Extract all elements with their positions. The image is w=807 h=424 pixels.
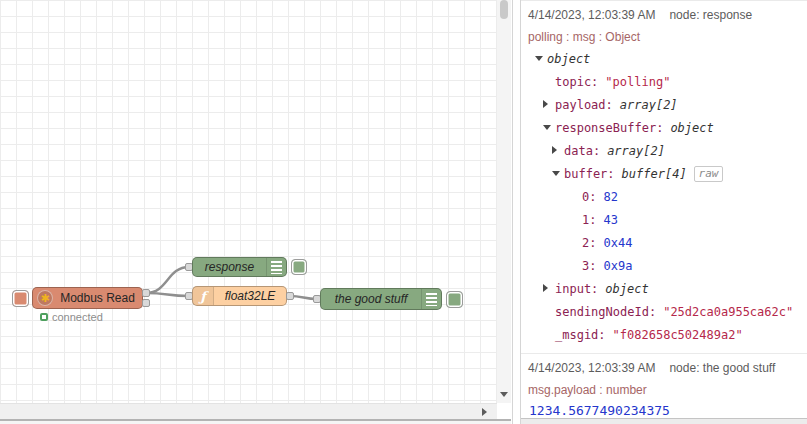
tree-key: buffer: — [564, 167, 615, 181]
debug-message-meta: 4/14/2023, 12:03:39 AMnode: response — [521, 8, 807, 22]
flow-canvas[interactable]: ✱ Modbus Read connected response ƒ float… — [0, 0, 497, 403]
debug-topic-line: polling : msg : Object — [521, 30, 807, 44]
modbus-read-node[interactable]: ✱ Modbus Read — [32, 287, 143, 309]
tree-row[interactable]: 3:0x9a — [521, 255, 807, 278]
tree-row[interactable]: buffer:buffer[4]raw — [521, 163, 807, 186]
expand-arrow-icon[interactable] — [543, 284, 548, 292]
tree-type: object — [547, 52, 590, 66]
debug-message[interactable]: 4/14/2023, 12:03:39 AMnode: the good stu… — [521, 353, 807, 424]
expand-arrow-icon[interactable] — [543, 100, 548, 108]
debug-payload-value: 1234.5677490234375 — [521, 403, 807, 419]
node-red-window: ✱ Modbus Read connected response ƒ float… — [0, 0, 807, 424]
scroll-right-arrow-icon[interactable] — [482, 408, 487, 416]
tree-row[interactable]: payload:array[2] — [521, 94, 807, 117]
tree-value: "f082658c502489a2" — [613, 328, 743, 342]
panel-bottom-edge — [521, 418, 807, 424]
tree-value: 0x9a — [603, 259, 632, 273]
tree-row[interactable]: _msgid:"f082658c502489a2" — [521, 324, 807, 347]
tree-row[interactable]: data:array[2] — [521, 140, 807, 163]
function-icon: ƒ — [193, 287, 214, 305]
wire-modbus-to-function[interactable] — [146, 293, 189, 296]
tree-row[interactable]: responseBuffer:object — [521, 117, 807, 140]
tree-value: "polling" — [605, 75, 670, 89]
tree-value: 43 — [603, 213, 617, 227]
tree-type: array[2] — [607, 144, 665, 158]
debug-topic-line: msg.payload : number — [521, 383, 807, 397]
tree-key: data: — [564, 144, 600, 158]
tree-key: input: — [555, 282, 598, 296]
tree-row[interactable]: 2:0x44 — [521, 232, 807, 255]
tree-value: "25d2ca0a955ca62c" — [663, 305, 793, 319]
modbus-output-port-2[interactable] — [142, 299, 150, 307]
debug-sidebar[interactable]: 4/14/2023, 12:03:39 AMnode: response pol… — [521, 0, 807, 424]
collapse-arrow-icon[interactable] — [543, 125, 551, 130]
collapse-arrow-icon[interactable] — [552, 171, 560, 176]
tree-value: 82 — [603, 190, 617, 204]
response-toggle-button[interactable] — [291, 259, 307, 275]
status-text: connected — [52, 311, 103, 323]
wire-layer — [0, 0, 497, 403]
debug-console-icon — [266, 258, 286, 276]
tree-key: 2: — [582, 236, 596, 250]
canvas-vertical-scrollbar[interactable] — [497, 0, 511, 403]
debug-source-node: node: the good stuff — [669, 361, 775, 375]
debug-source-node: node: response — [669, 8, 752, 22]
modbus-node-label: Modbus Read — [53, 291, 142, 305]
tree-row[interactable]: sendingNodeId:"25d2ca0a955ca62c" — [521, 301, 807, 324]
response-node-label: response — [193, 260, 266, 274]
modbus-status: connected — [40, 311, 103, 323]
tree-key: payload: — [555, 98, 613, 112]
tree-value: 0x44 — [603, 236, 632, 250]
function-output-port[interactable] — [286, 292, 294, 300]
modbus-output-port-1[interactable] — [142, 289, 150, 297]
status-ring-icon — [40, 313, 48, 321]
function-node-label: float32LE — [214, 289, 286, 303]
debug-message[interactable]: 4/14/2023, 12:03:39 AMnode: response pol… — [521, 0, 807, 353]
wire-modbus-to-response[interactable] — [146, 267, 189, 293]
vertical-scrollbar-thumb[interactable] — [500, 0, 508, 19]
modbus-gear-icon: ✱ — [37, 290, 53, 306]
debug-message-meta: 4/14/2023, 12:03:39 AMnode: the good stu… — [521, 361, 807, 375]
response-debug-node[interactable]: response — [192, 257, 287, 277]
debug-timestamp: 4/14/2023, 12:03:39 AM — [528, 8, 655, 22]
expand-arrow-icon[interactable] — [552, 146, 557, 154]
tree-key: responseBuffer: — [555, 121, 663, 135]
debug-timestamp: 4/14/2023, 12:03:39 AM — [528, 361, 655, 375]
float32le-function-node[interactable]: ƒ float32LE — [192, 286, 287, 306]
tree-row[interactable]: topic:"polling" — [521, 71, 807, 94]
good-stuff-toggle-button[interactable] — [446, 291, 463, 308]
tree-row[interactable]: input:object — [521, 278, 807, 301]
tree-row[interactable]: object — [521, 48, 807, 71]
canvas-horizontal-scrollbar[interactable] — [0, 403, 497, 419]
tree-type: buffer[4] — [622, 167, 687, 181]
sidebar-splitter-handle[interactable] — [512, 0, 521, 424]
tree-key: 0: — [582, 190, 596, 204]
good-stuff-node-label: the good stuff — [321, 292, 421, 306]
canvas-bottom-edge — [0, 419, 511, 424]
tree-row[interactable]: 0:82 — [521, 186, 807, 209]
debug-object-tree: object topic:"polling" payload:array[2] … — [521, 48, 807, 347]
collapse-arrow-icon[interactable] — [535, 56, 543, 61]
tree-key: 1: — [582, 213, 596, 227]
raw-toggle-button[interactable]: raw — [694, 166, 724, 182]
tree-key: 3: — [582, 259, 596, 273]
tree-key: _msgid: — [555, 328, 606, 342]
tree-row[interactable]: 1:43 — [521, 209, 807, 232]
tree-key: sendingNodeId: — [555, 305, 656, 319]
tree-type: object — [670, 121, 713, 135]
tree-type: object — [605, 282, 648, 296]
modbus-node-button[interactable] — [12, 290, 29, 307]
good-stuff-debug-node[interactable]: the good stuff — [320, 288, 442, 310]
debug-console-icon — [421, 289, 441, 309]
scroll-down-arrow-icon[interactable] — [500, 392, 508, 397]
tree-type: array[2] — [620, 98, 678, 112]
tree-key: topic: — [555, 75, 598, 89]
